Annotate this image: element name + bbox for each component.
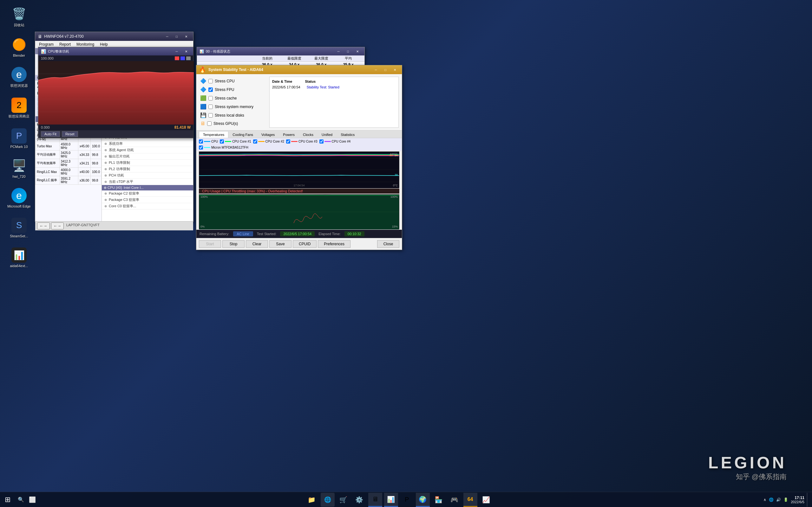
sensor-row[interactable]: ⊕ PL2 功率限制	[102, 166, 193, 172]
chart-minimize[interactable]: ─	[172, 48, 181, 55]
tab-voltages[interactable]: Voltages	[257, 131, 279, 138]
legend-cpu-label: CPU	[211, 140, 218, 143]
stress-disks-checkbox[interactable]	[208, 113, 213, 118]
sensor-row[interactable]: ⊕ 系统 Agent 功耗	[102, 147, 193, 153]
power-chart-svg	[38, 61, 194, 124]
taskbar-edge-app[interactable]: 🌐	[321, 493, 335, 507]
steam-label: SteamSet...	[10, 234, 28, 238]
legend-core4-checkbox[interactable]	[319, 139, 323, 144]
tab-temperatures[interactable]: Temperatures	[199, 131, 229, 138]
taskbar-hwinfo-app[interactable]: 🖥	[368, 493, 382, 507]
stress-fpu-label: Stress FPU	[215, 88, 234, 92]
sensor-row[interactable]: ⊕ 当前 cTDP 水平	[102, 179, 193, 185]
taskbar-filemanager[interactable]: 📁	[305, 493, 319, 507]
taskview-button[interactable]: ⬜	[27, 494, 38, 505]
recycle-bin-icon[interactable]: 🗑️ 回收站	[6, 6, 32, 27]
legend-cpu-color	[204, 141, 210, 142]
menu-help[interactable]: Help	[97, 42, 110, 47]
aida64-icon[interactable]: 📊 aida64ext...	[6, 247, 32, 268]
show-desktop-btn[interactable]	[807, 493, 808, 507]
cpuid-button[interactable]: CPUID	[293, 240, 316, 248]
chart-close[interactable]: ✕	[182, 48, 191, 55]
chart-buttons-bar[interactable]: Auto Fit Reset	[38, 130, 193, 138]
legend-cpu-checkbox[interactable]	[199, 139, 203, 144]
legend-core3-checkbox[interactable]	[286, 139, 290, 144]
sensor-row[interactable]: ⊕ 输出芯片功耗	[102, 153, 193, 160]
sensor-row[interactable]: ⊕ PL1 功率限制	[102, 160, 193, 166]
sensor-close[interactable]: ✕	[353, 48, 362, 55]
hwinfo-minimize-button[interactable]: ─	[163, 33, 171, 40]
aida-maximize[interactable]: □	[381, 66, 390, 73]
hwinfo-nav-right[interactable]: ←→	[51, 222, 64, 229]
stress-memory-checkbox[interactable]	[208, 105, 213, 109]
legend-core2: CPU Core #2	[253, 139, 284, 144]
clear-button[interactable]: Clear	[246, 240, 268, 248]
auto-fit-button[interactable]: Auto Fit	[41, 131, 60, 137]
legend-core1-checkbox[interactable]	[220, 139, 224, 144]
usage-area	[199, 195, 399, 229]
menu-monitoring[interactable]: Monitoring	[74, 42, 97, 47]
taskbar-chrome-app[interactable]: 🌍	[416, 493, 430, 507]
taskbar-aida-app[interactable]: 📊	[384, 493, 398, 507]
stress-memory-label: Stress system memory	[215, 105, 253, 109]
aida-minimize[interactable]: ─	[371, 66, 380, 73]
hwi720-icon[interactable]: 🖥️ hwi_720	[6, 158, 32, 178]
lenovo-apps-icon[interactable]: 2 联想应用商店	[6, 98, 32, 119]
start-button-taskbar[interactable]: ⊞	[0, 492, 15, 507]
lenovo-browser-icon[interactable]: e 联想浏览器	[6, 67, 32, 88]
tab-unified[interactable]: Unified	[317, 131, 337, 138]
close-button[interactable]: Close	[377, 240, 399, 248]
tab-cooling-fans[interactable]: Cooling Fans	[229, 131, 257, 138]
menu-program[interactable]: Program	[37, 42, 56, 47]
hwinfo-nav-bar[interactable]: ←→ ←→ LAPTOP-GN77QVFT	[35, 221, 193, 230]
steam-icon[interactable]: S SteamSet...	[6, 218, 32, 238]
sensor-controls[interactable]: ─ □ ✕	[334, 48, 362, 55]
tab-powers[interactable]: Powers	[279, 131, 299, 138]
taskbar-monitor-btn[interactable]: 📈	[479, 493, 493, 507]
search-button-taskbar[interactable]: 🔍	[15, 494, 27, 505]
chart-header-row: 100.000	[38, 55, 193, 61]
sensor-maximize[interactable]: □	[344, 48, 352, 55]
reset-button[interactable]: Reset	[62, 131, 78, 137]
hwinfo-maximize-button[interactable]: □	[172, 33, 181, 40]
sensor-row[interactable]: ⊕ PCH 功耗	[102, 172, 193, 179]
stress-cache-checkbox[interactable]	[208, 96, 213, 101]
aida-title: System Stability Test - AIDA64	[208, 67, 263, 72]
hwinfo-controls[interactable]: ─ □ ✕	[163, 33, 191, 40]
sensor-minimize[interactable]: ─	[334, 48, 343, 55]
taskbar-pcmark-app[interactable]: P	[400, 493, 414, 507]
legend-micron-checkbox[interactable]	[199, 146, 203, 150]
tab-statistics[interactable]: Statistics	[337, 131, 359, 138]
taskbar-settings-app[interactable]: ⚙️	[352, 493, 366, 507]
chart-controls[interactable]: ─ ✕	[172, 48, 191, 55]
blender-icon[interactable]: 🟠 Blender	[6, 37, 32, 57]
sensor-row[interactable]: ⊕ 系统功率	[102, 141, 193, 147]
stress-gpu-checkbox[interactable]	[207, 121, 212, 126]
hwinfo-close-button[interactable]: ✕	[182, 33, 191, 40]
stress-cpu-checkbox[interactable]	[208, 79, 213, 83]
pcmark-icon[interactable]: P PCMark 10	[6, 128, 32, 149]
temp-val-89: 89	[390, 154, 393, 157]
taskbar-ms-store[interactable]: 🏪	[432, 493, 446, 507]
tray-chevron[interactable]: ∧	[763, 498, 766, 502]
aida-close-top[interactable]: ✕	[391, 66, 399, 73]
power-area	[38, 72, 194, 124]
edge-icon[interactable]: e Microsoft Edge	[6, 188, 32, 208]
aida-win-controls[interactable]: ─ □ ✕	[371, 66, 399, 73]
menu-report[interactable]: Report	[57, 42, 73, 47]
start-button[interactable]: Start	[199, 240, 221, 248]
taskbar-game-app[interactable]: 🎮	[448, 493, 461, 507]
sensor-row[interactable]: ⊕ Package C2 驻留率	[102, 190, 193, 197]
taskbar-store-app[interactable]: 🛒	[337, 493, 351, 507]
legion-logo: LEGION	[708, 453, 786, 472]
stress-fpu-checkbox[interactable]	[208, 88, 213, 92]
tab-clocks[interactable]: Clocks	[299, 131, 317, 138]
save-button[interactable]: Save	[269, 240, 292, 248]
hwinfo-nav-left[interactable]: ←→	[37, 222, 50, 229]
stop-button[interactable]: Stop	[222, 240, 245, 248]
sensor-row[interactable]: ⊕ Core C0 驻留率...	[102, 203, 193, 210]
taskbar-aida64-btn[interactable]: 64	[463, 493, 477, 507]
sensor-row[interactable]: ⊕ Package C3 驻留率	[102, 197, 193, 203]
legend-core2-checkbox[interactable]	[253, 139, 257, 144]
preferences-button[interactable]: Preferences	[318, 240, 351, 248]
